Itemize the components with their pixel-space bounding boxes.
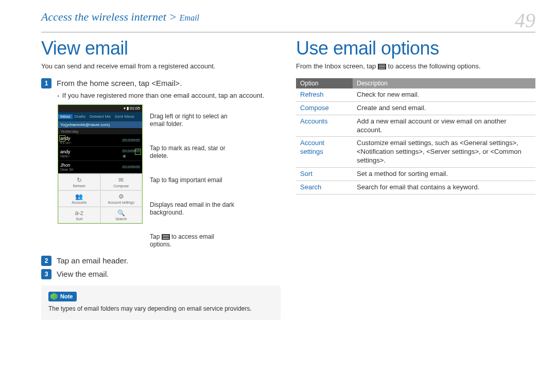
step-badge-3: 3 — [41, 269, 51, 279]
opt-refresh[interactable]: ↻Refresh — [58, 174, 100, 190]
step-text-1: From the home screen, tap <Email>. — [57, 78, 182, 88]
step-1-sub: If you have registered more than one ema… — [58, 92, 281, 100]
sort-icon: a-z — [60, 209, 99, 217]
star-icon[interactable]: ★ — [122, 153, 127, 159]
callout-2: Tap to mark as read, star or delete. — [150, 145, 237, 160]
phone-statusbar: ▾ ▮ 01:05 — [58, 105, 142, 112]
callouts: Drag left or right to select an email fo… — [150, 104, 237, 248]
step-badge-1: 1 — [41, 78, 51, 88]
th-description: Description — [353, 78, 535, 88]
note-icon — [50, 293, 58, 300]
tab-drafts[interactable]: Drafts — [73, 114, 88, 119]
breadcrumb: Access the wireless internet > Email — [41, 10, 199, 24]
opt-account-settings[interactable]: ⚙Account settings — [100, 190, 143, 207]
breadcrumb-main: Access the wireless internet > — [41, 10, 177, 23]
refresh-icon: ↻ — [60, 176, 99, 184]
options-table: Option Description RefreshCheck for new … — [296, 78, 535, 194]
callout-5: Tap to access email options. — [150, 233, 237, 248]
tab-inbox[interactable]: Inbox — [58, 114, 73, 119]
phone-time: 01:05 — [130, 106, 140, 111]
email-row[interactable]: Jhon Dear Sir 2010/09/05 — [58, 161, 142, 173]
step-1: 1 From the home screen, tap <Email>. — [41, 78, 281, 88]
left-column: View email You can send and receive emai… — [41, 38, 281, 320]
battery-icon: ▮ — [127, 106, 129, 111]
opt-sort[interactable]: a-zSort — [58, 207, 100, 223]
table-row: RefreshCheck for new email. — [296, 88, 535, 101]
step-badge-2: 2 — [41, 256, 51, 266]
left-title: View email — [41, 38, 281, 59]
step-text-3: View the email. — [57, 269, 109, 279]
opt-accounts[interactable]: 👥Accounts — [58, 190, 100, 207]
note-text: The types of email folders may vary depe… — [48, 305, 273, 313]
callout-4: Displays read email in the dark backgrou… — [150, 201, 237, 217]
phone-address: Yo(ydnarevirk@naver.com) — [58, 121, 142, 129]
note-box: Note The types of email folders may vary… — [41, 286, 281, 320]
table-row: SearchSearch for email that contains a k… — [296, 181, 535, 194]
callout-3: Tap to flag important email — [150, 176, 237, 184]
table-row: ComposeCreate and send email. — [296, 101, 535, 115]
menu-icon — [162, 234, 170, 240]
wifi-icon: ▾ — [124, 106, 126, 111]
page-header: Access the wireless internet > Email 49 — [41, 10, 535, 32]
accounts-icon: 👥 — [60, 193, 99, 200]
right-intro: From the Inbox screen, tap to access the… — [296, 62, 535, 71]
opt-search[interactable]: 🔍Search — [100, 207, 143, 223]
phone-tabs: Inbox Drafts Deleted Me Sent Mess — [58, 112, 142, 121]
email-row[interactable]: andy Hello~ 2010/09/05 ★ — [58, 147, 142, 161]
right-title: Use email options — [296, 38, 535, 59]
note-badge: Note — [48, 292, 77, 301]
table-row: SortSet a method for sorting email. — [296, 168, 535, 181]
breadcrumb-sub: Email — [180, 13, 199, 22]
phone-mock: ▾ ▮ 01:05 Inbox Drafts Deleted Me Sent M… — [58, 104, 143, 224]
note-label: Note — [60, 293, 73, 300]
th-option: Option — [296, 78, 353, 88]
figure: ▾ ▮ 01:05 Inbox Drafts Deleted Me Sent M… — [58, 104, 281, 248]
table-header-row: Option Description — [296, 78, 535, 88]
checkbox-highlight — [59, 135, 65, 141]
menu-icon — [378, 64, 386, 69]
email-row[interactable]: andy it's on~ 2010/09/05 — [58, 134, 142, 147]
step-2: 2 Tap an email header. — [41, 256, 281, 266]
step-3: 3 View the email. — [41, 269, 281, 279]
table-row: AccountsAdd a new email account or view … — [296, 115, 535, 137]
page-number: 49 — [515, 10, 535, 31]
right-column: Use email options From the Inbox screen,… — [296, 38, 535, 320]
opt-compose[interactable]: ✉Compose — [100, 174, 143, 190]
tab-deleted[interactable]: Deleted Me — [88, 114, 113, 119]
gear-icon: ⚙ — [102, 193, 141, 200]
step-text-2: Tap an email header. — [57, 256, 128, 266]
phone-options-grid: ↻Refresh ✉Compose 👥Accounts ⚙Account set… — [58, 173, 142, 223]
tab-sent[interactable]: Sent Mess — [113, 114, 136, 119]
phone-section-label: Yesterday — [58, 129, 142, 134]
table-row: Account settingsCustomize email settings… — [296, 137, 535, 168]
left-intro: You can send and receive email from a re… — [41, 62, 281, 71]
page-container: Access the wireless internet > Email 49 … — [0, 0, 556, 330]
callout-1: Drag left or right to select an email fo… — [150, 113, 237, 128]
compose-icon: ✉ — [102, 176, 141, 184]
search-icon: 🔍 — [102, 209, 141, 217]
star-highlight — [135, 149, 141, 155]
